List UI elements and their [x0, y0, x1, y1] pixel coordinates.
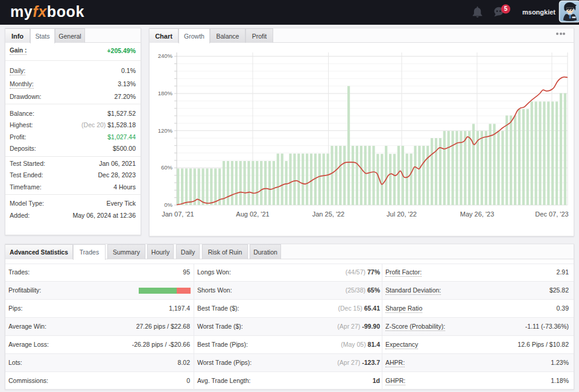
svg-text:May 26, '23: May 26, '23	[460, 210, 495, 218]
svg-text:120%: 120%	[158, 127, 173, 134]
svg-text:Jul 20, '22: Jul 20, '22	[387, 210, 417, 218]
svg-text:Jan 07, '21: Jan 07, '21	[162, 210, 194, 218]
svg-text:Jan 25, '22: Jan 25, '22	[312, 210, 344, 218]
svg-text:0%: 0%	[164, 201, 172, 208]
svg-text:Aug 02, '21: Aug 02, '21	[236, 210, 269, 218]
svg-text:60%: 60%	[161, 164, 173, 171]
svg-text:Dec 07, '23: Dec 07, '23	[535, 210, 568, 218]
svg-text:5: 5	[504, 5, 508, 12]
svg-text:180%: 180%	[158, 90, 173, 96]
svg-text:240%: 240%	[158, 52, 173, 59]
